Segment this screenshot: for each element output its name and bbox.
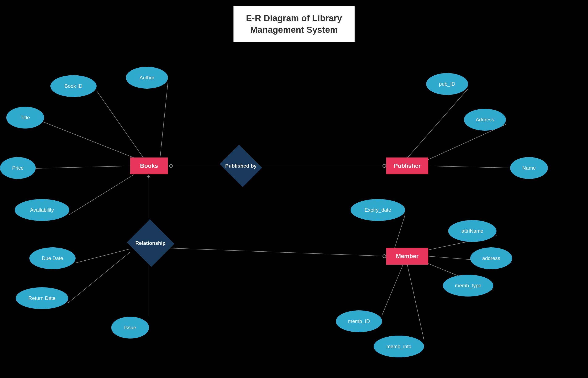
- crow-foot-publisher-left: [382, 164, 386, 168]
- attr-address-pub: Address: [464, 109, 506, 131]
- attr-name-pub: Name: [510, 157, 548, 179]
- attr-due-date: Due Date: [29, 247, 76, 269]
- svg-line-12: [395, 215, 405, 248]
- svg-line-11: [162, 248, 386, 256]
- svg-line-18: [76, 249, 130, 263]
- svg-line-1: [159, 82, 168, 163]
- crow-foot-books-right: [169, 164, 173, 168]
- attr-issue: Issue: [111, 317, 149, 338]
- attr-memb-type: memb_type: [443, 275, 493, 297]
- attr-availability: Availability: [15, 199, 69, 221]
- attr-address-mem: address: [470, 247, 512, 269]
- attr-pub-id: pub_ID: [426, 73, 468, 95]
- crow-foot-member-left: [382, 254, 386, 258]
- svg-line-7: [407, 89, 468, 158]
- entity-member: Member: [386, 248, 428, 265]
- entity-publisher: Publisher: [386, 158, 428, 174]
- svg-line-2: [44, 122, 134, 158]
- attr-attriname: attriName: [448, 220, 497, 242]
- svg-line-17: [407, 265, 424, 340]
- diagram-lines: [0, 0, 588, 378]
- svg-line-3: [36, 166, 130, 168]
- svg-line-19: [68, 252, 130, 303]
- svg-line-4: [69, 174, 134, 215]
- attr-author: Author: [126, 67, 168, 89]
- entity-books: Books: [130, 158, 168, 174]
- attr-return-date: Return Date: [16, 287, 68, 309]
- svg-line-8: [428, 124, 506, 160]
- attr-title: Title: [6, 107, 44, 129]
- attr-memb-info: memb_info: [374, 336, 424, 357]
- crow-plus-books-bottom: +: [147, 174, 150, 180]
- attr-memb-id: memb_ID: [336, 310, 382, 332]
- attr-book-id: Book ID: [50, 75, 97, 97]
- attr-price: Price: [0, 157, 36, 179]
- svg-line-16: [382, 265, 403, 315]
- attr-expiry-date: Expiry_date: [351, 199, 405, 221]
- svg-line-0: [97, 91, 149, 166]
